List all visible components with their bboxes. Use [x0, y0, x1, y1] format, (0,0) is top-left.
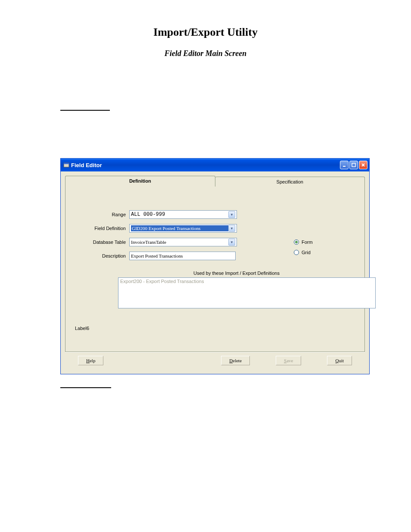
label6: Label6 — [74, 308, 356, 334]
button-bar: Help Delete Save Quit — [65, 352, 365, 370]
range-label: Range — [74, 212, 129, 217]
radio-grid-label: Grid — [302, 250, 311, 255]
description-value: Export Posted Transactions — [131, 253, 183, 258]
minimize-button[interactable] — [340, 161, 349, 169]
svg-rect-3 — [352, 163, 355, 167]
database-table-combo[interactable]: InvoiceTransTable ▼ — [129, 238, 237, 246]
close-button[interactable] — [359, 161, 367, 169]
field-definition-combo[interactable]: GID200 Export Posted Transactions ▼ — [129, 224, 237, 233]
radio-grid[interactable]: Grid — [294, 250, 313, 255]
field-definition-label: Field Definition — [74, 226, 129, 231]
chevron-down-icon[interactable]: ▼ — [228, 211, 235, 218]
decorative-underline — [60, 110, 110, 111]
description-input[interactable]: Export Posted Transactions — [129, 252, 236, 260]
field-definition-value: GID200 Export Posted Transactions — [131, 225, 228, 231]
field-editor-window: Field Editor Definition Specification — [60, 158, 370, 374]
save-button[interactable]: Save — [276, 356, 301, 365]
help-button[interactable]: Help — [78, 356, 103, 365]
radio-form[interactable]: Form — [294, 240, 313, 245]
radio-form-label: Form — [302, 240, 313, 245]
view-mode-group: Form Grid — [294, 240, 313, 255]
chevron-down-icon[interactable]: ▼ — [228, 239, 235, 246]
svg-rect-1 — [64, 163, 69, 164]
list-item[interactable]: Export200 - Export Posted Transactions — [120, 279, 374, 284]
database-table-label: Database Table — [74, 240, 129, 245]
tab-definition[interactable]: Definition — [65, 176, 215, 187]
window-client-area: Definition Specification Range ALL 000-9… — [61, 171, 369, 374]
tab-specification[interactable]: Specification — [215, 177, 365, 187]
range-value: ALL 000-999 — [131, 212, 228, 218]
app-icon — [63, 162, 69, 168]
window-buttons — [340, 161, 367, 169]
used-by-list[interactable]: Export200 - Export Posted Transactions — [118, 277, 376, 308]
page-title: Import/Export Utility — [0, 26, 411, 39]
delete-button[interactable]: Delete — [221, 356, 250, 365]
window-titlebar[interactable]: Field Editor — [61, 159, 369, 171]
radio-icon-unselected — [294, 250, 299, 255]
database-table-value: InvoiceTransTable — [131, 240, 228, 245]
range-combo[interactable]: ALL 000-999 ▼ — [129, 210, 237, 219]
chevron-down-icon[interactable]: ▼ — [228, 225, 235, 232]
used-by-label: Used by these Import / Export Definition… — [74, 271, 356, 276]
window-title: Field Editor — [71, 162, 340, 168]
tab-row: Definition Specification — [65, 176, 365, 187]
quit-button[interactable]: Quit — [327, 356, 352, 365]
decorative-underline — [60, 387, 111, 388]
maximize-button[interactable] — [349, 161, 358, 169]
description-label: Description — [74, 253, 129, 258]
radio-icon-selected — [294, 240, 299, 245]
definition-tab-panel: Range ALL 000-999 ▼ Field Definition GID… — [65, 187, 365, 352]
page-subtitle: Field Editor Main Screen — [0, 49, 411, 58]
